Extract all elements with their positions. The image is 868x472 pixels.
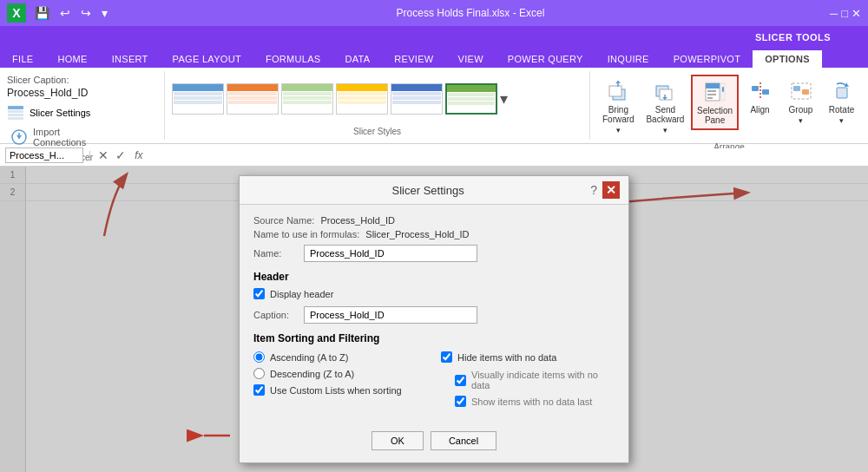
tab-formulas[interactable]: FORMULAS [253, 50, 333, 68]
sorting-left: Ascending (A to Z) Descending (Z to A) U… [253, 351, 427, 412]
bring-forward-icon [606, 79, 630, 103]
tab-review[interactable]: REVIEW [382, 50, 445, 68]
svg-rect-23 [793, 86, 800, 91]
tab-options[interactable]: OPTIONS [753, 50, 822, 68]
ribbon-group-arrange: BringForward ▾ SendBackward ▾ [590, 71, 868, 140]
svg-rect-2 [8, 114, 23, 116]
dialog-close-btn[interactable]: ✕ [602, 181, 620, 199]
sorting-section: Item Sorting and Filtering Ascending (A … [253, 332, 615, 412]
slicer-style-5[interactable] [391, 83, 443, 115]
rotate-btn[interactable]: Rotate ▾ [822, 75, 861, 129]
svg-rect-24 [802, 89, 809, 95]
tab-inquire[interactable]: INQUIRE [595, 50, 661, 68]
maximize-button[interactable]: □ [841, 7, 848, 20]
send-backward-btn[interactable]: SendBackward ▾ [641, 75, 689, 139]
sorting-title: Item Sorting and Filtering [253, 332, 615, 344]
ascending-radio[interactable] [253, 351, 265, 363]
undo-button[interactable]: ↩ [56, 4, 74, 22]
descending-label: Descending (Z to A) [270, 369, 354, 379]
cancel-button[interactable]: Cancel [431, 431, 496, 450]
tab-power-query[interactable]: POWER QUERY [496, 50, 595, 68]
svg-rect-26 [837, 88, 847, 98]
source-name-row: Source Name: Process_Hold_ID [253, 215, 615, 226]
tab-data[interactable]: DATA [332, 50, 382, 68]
svg-rect-15 [707, 94, 716, 95]
formula-cancel-btn[interactable]: ✕ [96, 147, 110, 164]
customize-button[interactable]: ▾ [98, 4, 111, 22]
rotate-label: Rotate [829, 105, 854, 115]
sorting-body: Ascending (A to Z) Descending (Z to A) U… [253, 351, 615, 412]
tab-page-layout[interactable]: PAGE LAYOUT [161, 50, 253, 68]
bring-forward-label: BringForward [602, 105, 635, 124]
slicer-style-2[interactable] [227, 83, 279, 115]
rotate-icon [830, 79, 854, 103]
main-content: 1 2 Slicer Settings [0, 167, 868, 472]
slicer-style-4[interactable] [336, 83, 388, 115]
formula-name-row: Name to use in formulas: Slicer_Process_… [253, 229, 615, 239]
sorting-right: Hide items with no data Visually indicat… [441, 351, 615, 412]
group-icon [789, 79, 813, 103]
dialog-body: Source Name: Process_Hold_ID Name to use… [240, 205, 628, 423]
ribbon-tabs: FILE HOME INSERT PAGE LAYOUT FORMULAS DA… [0, 45, 868, 68]
tab-view[interactable]: VIEW [446, 50, 496, 68]
hide-no-data-label: Hide items with no data [457, 352, 556, 363]
align-icon [748, 79, 773, 103]
dialog-help-btn[interactable]: ? [590, 183, 597, 197]
title-bar-left: X 💾 ↩ ↪ ▾ [7, 3, 111, 23]
tab-home[interactable]: HOME [45, 50, 99, 68]
slicer-styles-group-label: Slicer Styles [353, 123, 401, 136]
display-header-checkbox[interactable] [253, 288, 265, 299]
formula-confirm-btn[interactable]: ✓ [114, 147, 128, 164]
dialog-footer: OK Cancel [240, 423, 628, 462]
slicer-style-selected[interactable] [445, 83, 497, 115]
tab-insert[interactable]: INSERT [100, 50, 161, 68]
svg-rect-7 [609, 86, 621, 96]
slicer-style-1[interactable] [172, 83, 224, 115]
group-btn[interactable]: Group ▾ [781, 75, 820, 129]
send-backward-icon [653, 79, 677, 103]
caption-field-label: Caption: [253, 310, 297, 320]
slicer-settings-btn[interactable]: Slicer Settings [7, 104, 157, 121]
formula-input[interactable] [146, 148, 863, 162]
title-bar: X 💾 ↩ ↪ ▾ Process Holds Final.xlsx - Exc… [0, 0, 868, 26]
bring-forward-btn[interactable]: BringForward ▾ [597, 75, 640, 139]
formula-name-value: Slicer_Process_Hold_ID [365, 229, 469, 239]
display-header-row: Display header [253, 288, 615, 299]
tab-file[interactable]: FILE [0, 50, 45, 68]
descending-radio[interactable] [253, 368, 265, 379]
selection-pane-btn[interactable]: SelectionPane [691, 75, 739, 130]
ribbon-group-slicer-styles: ▾ Slicer Styles [165, 71, 590, 140]
svg-rect-16 [707, 97, 713, 99]
selection-pane-icon [703, 80, 727, 104]
close-button[interactable]: ✕ [852, 7, 861, 20]
header-section-title: Header [253, 271, 615, 283]
import-connections-btn[interactable]: ImportConnections [7, 125, 157, 149]
show-no-data-last-checkbox[interactable] [455, 396, 466, 407]
visually-indicate-checkbox[interactable] [455, 375, 466, 386]
caption-input[interactable] [304, 306, 477, 324]
hide-no-data-row: Hide items with no data [441, 351, 615, 363]
dialog-titlebar: Slicer Settings ? ✕ [240, 176, 628, 205]
hide-no-data-checkbox[interactable] [441, 351, 452, 363]
formula-bar-divider: | [89, 149, 91, 161]
slicer-tools-label: SLICER TOOLS [746, 30, 839, 45]
svg-rect-13 [706, 83, 720, 88]
show-no-data-last-label: Show items with no data last [471, 397, 592, 407]
custom-lists-checkbox[interactable] [253, 384, 265, 396]
send-backward-arrow: ▾ [663, 126, 667, 134]
ok-button[interactable]: OK [372, 431, 424, 450]
redo-button[interactable]: ↪ [77, 4, 95, 22]
align-btn[interactable]: Align [740, 75, 779, 119]
tab-powerpivot[interactable]: POWERPIVOT [661, 50, 753, 68]
name-field-row: Name: [253, 245, 615, 262]
show-no-data-last-row: Show items with no data last [455, 396, 615, 407]
formula-fx-label: fx [135, 149, 142, 161]
svg-rect-14 [707, 90, 716, 92]
minimize-button[interactable]: ─ [830, 7, 838, 20]
slicer-style-3[interactable] [281, 83, 333, 115]
name-box[interactable] [5, 148, 83, 163]
svg-rect-0 [8, 106, 23, 109]
name-input[interactable] [304, 245, 477, 262]
styles-dropdown-btn[interactable]: ▾ [500, 89, 508, 108]
save-button[interactable]: 💾 [31, 4, 53, 22]
